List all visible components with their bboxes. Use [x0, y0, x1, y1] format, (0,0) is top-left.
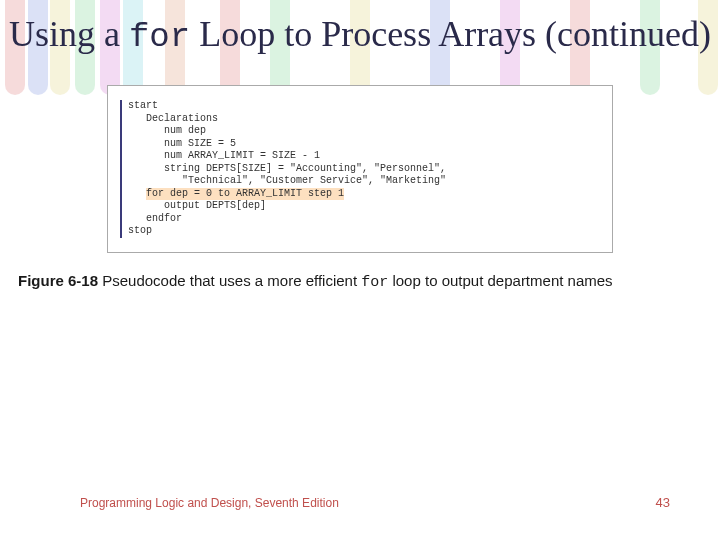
caption-pre: Pseudocode that uses a more efficient — [98, 272, 361, 289]
code-container: start Declarations num dep num SIZE = 5 … — [120, 100, 600, 238]
slide-title: Using a for Loop to Process Arrays (cont… — [0, 0, 720, 57]
footer-page-number: 43 — [656, 495, 670, 510]
figure-caption: Figure 6-18 Pseudocode that uses a more … — [18, 271, 702, 293]
caption-mono: for — [361, 274, 388, 291]
title-pre: Using a — [9, 14, 129, 54]
figure-label: Figure 6-18 — [18, 272, 98, 289]
title-mono: for — [129, 18, 190, 56]
code-left-bar — [120, 100, 122, 238]
highlighted-line: for dep = 0 to ARRAY_LIMIT step 1 — [146, 188, 344, 201]
pseudocode-figure: start Declarations num dep num SIZE = 5 … — [107, 85, 613, 253]
pseudocode-block: start Declarations num dep num SIZE = 5 … — [128, 100, 600, 238]
title-post: Loop to Process Arrays (continued) — [190, 14, 711, 54]
footer-book-title: Programming Logic and Design, Seventh Ed… — [80, 496, 339, 510]
caption-post: loop to output department names — [388, 272, 612, 289]
